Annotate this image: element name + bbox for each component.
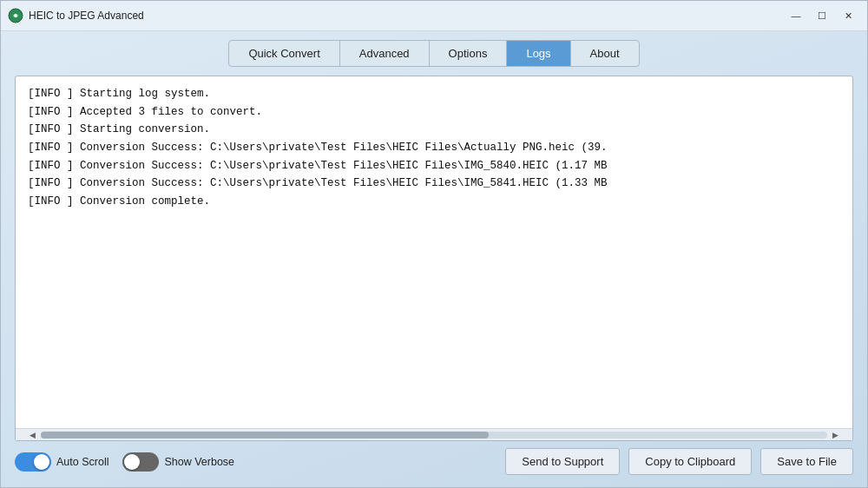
show-verbose-toggle[interactable] xyxy=(122,452,159,472)
tab-about[interactable]: About xyxy=(571,41,639,66)
scroll-right-arrow[interactable]: ▶ xyxy=(832,431,838,439)
auto-scroll-label: Auto Scroll xyxy=(56,456,108,468)
minimize-button[interactable]: — xyxy=(784,6,808,25)
show-verbose-knob xyxy=(124,454,140,470)
save-file-button[interactable]: Save to File xyxy=(760,448,853,475)
log-panel: [INFO ] Starting log system. [INFO ] Acc… xyxy=(15,76,853,441)
app-window: HEIC to JPEG Advanced — ☐ ✕ Quick Conver… xyxy=(0,0,868,488)
tab-logs[interactable]: Logs xyxy=(507,41,570,66)
app-icon xyxy=(8,8,23,23)
log-content: [INFO ] Starting log system. [INFO ] Acc… xyxy=(16,76,852,428)
scroll-thumb[interactable] xyxy=(41,432,489,439)
log-line: [INFO ] Starting conversion. xyxy=(28,121,840,139)
show-verbose-label: Show Verbose xyxy=(164,456,234,468)
copy-clipboard-button[interactable]: Copy to Clipboard xyxy=(628,448,752,475)
window-controls: — ☐ ✕ xyxy=(784,6,860,25)
scroll-left-arrow[interactable]: ◀ xyxy=(30,431,36,439)
log-line: [INFO ] Conversion Success: C:\Users\pri… xyxy=(28,139,840,157)
auto-scroll-knob xyxy=(34,454,49,470)
horizontal-scrollbar[interactable]: ◀ ▶ xyxy=(16,428,852,440)
tab-bar: Quick Convert Advanced Options Logs Abou… xyxy=(228,40,639,67)
log-line: [INFO ] Starting log system. xyxy=(28,85,840,103)
scroll-track[interactable] xyxy=(41,432,827,439)
log-line: [INFO ] Accepted 3 files to convert. xyxy=(28,103,840,122)
svg-point-1 xyxy=(14,14,17,17)
tab-advanced[interactable]: Advanced xyxy=(340,41,430,66)
maximize-button[interactable]: ☐ xyxy=(810,6,834,25)
bottom-controls: Auto Scroll Show Verbose Send to Support… xyxy=(15,448,853,475)
log-line: [INFO ] Conversion Success: C:\Users\pri… xyxy=(28,175,840,193)
tab-quick-convert[interactable]: Quick Convert xyxy=(229,41,339,66)
log-line: [INFO ] Conversion Success: C:\Users\pri… xyxy=(28,157,840,175)
send-support-button[interactable]: Send to Support xyxy=(505,448,620,475)
auto-scroll-toggle[interactable] xyxy=(15,452,51,472)
toggle-group: Auto Scroll Show Verbose xyxy=(15,452,496,472)
tab-container: Quick Convert Advanced Options Logs Abou… xyxy=(15,40,853,67)
log-line: [INFO ] Conversion complete. xyxy=(28,193,840,211)
main-content: Quick Convert Advanced Options Logs Abou… xyxy=(1,31,867,487)
tab-options[interactable]: Options xyxy=(430,41,508,66)
window-title: HEIC to JPEG Advanced xyxy=(29,10,784,22)
close-button[interactable]: ✕ xyxy=(836,6,860,25)
titlebar: HEIC to JPEG Advanced — ☐ ✕ xyxy=(1,1,867,31)
